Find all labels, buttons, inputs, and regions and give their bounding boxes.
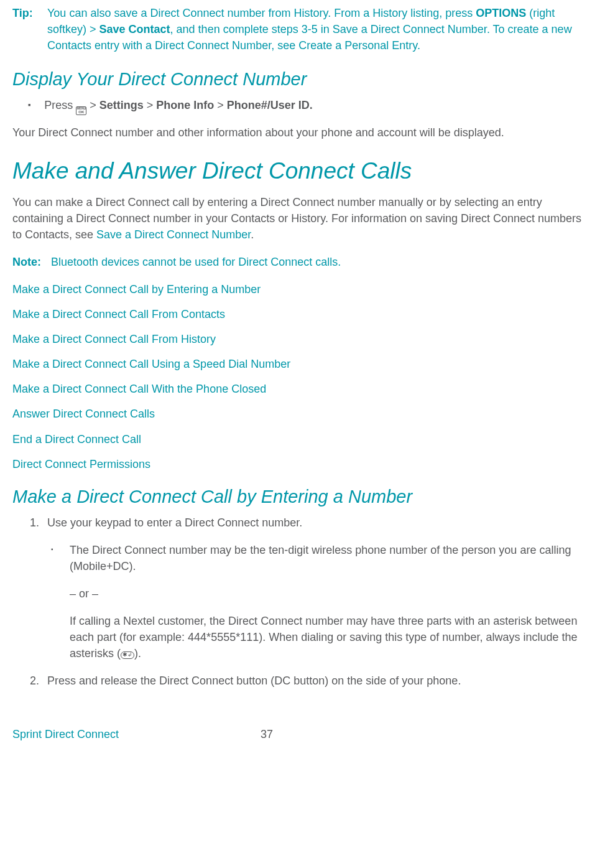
period-text: .	[251, 228, 254, 241]
sub-bullet: ▪ The Direct Connect number may be the t…	[51, 542, 593, 574]
gt-text: >	[86, 99, 99, 111]
phone-info-text: Phone Info	[156, 99, 214, 111]
settings-text: Settings	[99, 99, 144, 111]
note-label: Note:	[12, 254, 51, 270]
display-heading: Display Your Direct Connect Number	[12, 66, 593, 92]
step-num: 2.	[30, 673, 47, 689]
make-answer-heading: Make and Answer Direct Connect Calls	[12, 154, 593, 188]
nextel-text-part2: ).	[134, 647, 141, 660]
tip-label: Tip:	[12, 5, 47, 54]
sub-bullet-text: The Direct Connect number may be the ten…	[70, 542, 593, 574]
footer-page-number: 37	[261, 726, 273, 742]
note-block: Note: Bluetooth devices cannot be used f…	[12, 254, 593, 270]
tip-link-save-dc[interactable]: Save a Direct Connect Number	[333, 23, 487, 35]
note-content: Bluetooth devices cannot be used for Dir…	[51, 254, 593, 270]
nextel-text-part1: If calling a Nextel customer, the Direct…	[70, 615, 577, 660]
square-bullet-icon: ▪	[51, 545, 70, 577]
gt-text: >	[214, 99, 227, 111]
link-end-call[interactable]: End a Direct Connect Call	[12, 431, 593, 447]
tip-link-personal-entry[interactable]: Create a Personal Entry	[298, 39, 417, 52]
link-make-speed-dial[interactable]: Make a Direct Connect Call Using a Speed…	[12, 356, 593, 372]
display-para: Your Direct Connect number and other inf…	[12, 124, 593, 141]
link-make-from-contacts[interactable]: Make a Direct Connect Call From Contacts	[12, 306, 593, 322]
page-footer: Sprint Direct Connect 37	[12, 726, 593, 742]
nextel-text: If calling a Nextel customer, the Direct…	[70, 613, 593, 661]
or-text: – or –	[70, 586, 593, 602]
step-2: 2. Press and release the Direct Connect …	[30, 673, 593, 689]
bullet-dot-icon: ■	[28, 102, 30, 108]
link-answer-calls[interactable]: Answer Direct Connect Calls	[12, 406, 593, 422]
step-num: 1.	[30, 515, 47, 531]
tip-text: .	[417, 39, 420, 52]
footer-section: Sprint Direct Connect	[12, 726, 119, 742]
asterisk-key-icon: ✱↲	[121, 651, 134, 659]
link-make-phone-closed[interactable]: Make a Direct Connect Call With the Phon…	[12, 381, 593, 397]
link-make-by-number[interactable]: Make a Direct Connect Call by Entering a…	[12, 281, 593, 297]
press-text: Press	[44, 99, 76, 111]
make-call-heading: Make a Direct Connect Call by Entering a…	[12, 483, 593, 510]
step-text: Use your keypad to enter a Direct Connec…	[47, 515, 593, 531]
display-bullet: ■ Press MENUOK > Settings > Phone Info >…	[28, 97, 593, 114]
tip-text: You can also save a Direct Connect numbe…	[47, 7, 476, 19]
phone-user-text: Phone#/User ID.	[227, 99, 313, 111]
tip-block: Tip: You can also save a Direct Connect …	[12, 5, 593, 54]
tip-options: OPTIONS	[476, 7, 526, 19]
link-permissions[interactable]: Direct Connect Permissions	[12, 456, 593, 472]
step-text: Press and release the Direct Connect but…	[47, 673, 593, 689]
link-make-from-history[interactable]: Make a Direct Connect Call From History	[12, 331, 593, 347]
step-1: 1. Use your keypad to enter a Direct Con…	[30, 515, 593, 531]
gt-text: >	[144, 99, 157, 111]
tip-content: You can also save a Direct Connect numbe…	[47, 5, 593, 54]
make-answer-para: You can make a Direct Connect call by en…	[12, 194, 593, 243]
tip-text: , and then complete steps 3-5 in	[170, 23, 333, 35]
bullet-content: Press MENUOK > Settings > Phone Info > P…	[44, 97, 593, 114]
save-dc-link[interactable]: Save a Direct Connect Number	[96, 228, 251, 241]
tip-save-contact: Save Contact	[99, 23, 170, 35]
ok-key-icon: MENUOK	[76, 106, 86, 115]
